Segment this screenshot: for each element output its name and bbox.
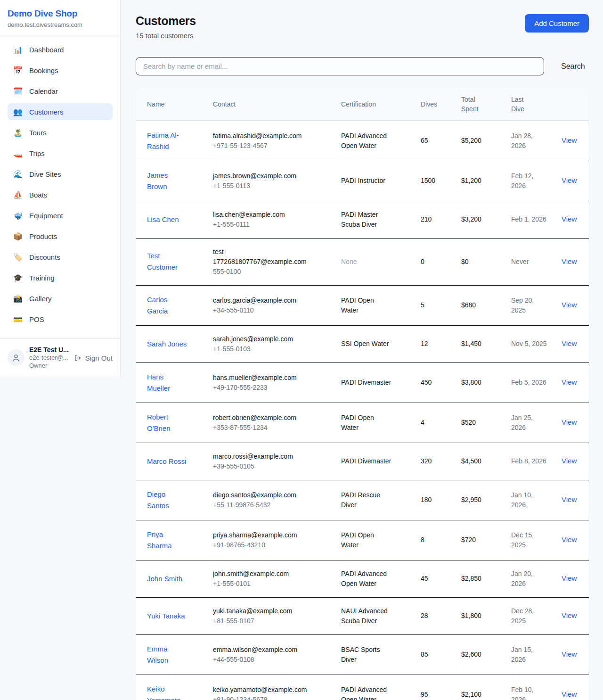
table-row: Priya Sharma priya.sharma@example.com +9… bbox=[136, 520, 589, 560]
customer-total-spent: $1,450 bbox=[461, 325, 511, 362]
customer-dives: 180 bbox=[421, 480, 461, 520]
search-input[interactable] bbox=[136, 57, 544, 75]
customer-total-spent: $720 bbox=[461, 520, 511, 560]
view-link[interactable]: View bbox=[562, 378, 577, 386]
column-header-certification: Certification bbox=[341, 88, 421, 121]
sidebar-item-pos[interactable]: 💳 POS bbox=[8, 311, 113, 328]
sidebar-item-gallery[interactable]: 📸 Gallery bbox=[8, 290, 113, 307]
view-link[interactable]: View bbox=[562, 339, 577, 347]
sidebar-item-equipment[interactable]: 🤿 Equipment bbox=[8, 207, 113, 224]
shop-domain: demo.test.divestreams.com bbox=[8, 21, 113, 28]
customer-name-link[interactable]: Emma Wilson bbox=[147, 643, 187, 666]
customer-name-link[interactable]: John Smith bbox=[147, 573, 182, 585]
view-link[interactable]: View bbox=[562, 257, 577, 265]
customer-dives: 450 bbox=[421, 362, 461, 403]
view-link[interactable]: View bbox=[562, 574, 577, 582]
sidebar: Demo Dive Shop demo.test.divestreams.com… bbox=[0, 0, 121, 377]
customer-name-link[interactable]: Lisa Chen bbox=[147, 214, 179, 225]
sign-out-button[interactable]: Sign Out bbox=[74, 354, 113, 362]
sidebar-item-products[interactable]: 📦 Products bbox=[8, 228, 113, 245]
customer-certification: None bbox=[341, 238, 421, 285]
customer-name-link[interactable]: Priya Sharma bbox=[147, 529, 187, 552]
customer-total-spent: $3,800 bbox=[461, 362, 511, 403]
customer-dives: 65 bbox=[421, 121, 461, 161]
customer-dives: 85 bbox=[421, 634, 461, 675]
customer-total-spent: $3,200 bbox=[461, 201, 511, 238]
sidebar-item-calendar[interactable]: 🗓️ Calendar bbox=[8, 82, 113, 99]
products-icon: 📦 bbox=[13, 232, 23, 241]
customer-name-link[interactable]: Sarah Jones bbox=[147, 338, 187, 350]
customer-name-link[interactable]: James Brown bbox=[147, 170, 187, 192]
customer-last-dive: Feb 8, 2026 bbox=[511, 443, 562, 480]
column-header-total-spent: Total Spent bbox=[461, 88, 511, 121]
customer-certification: SSI Open Water bbox=[341, 325, 421, 362]
view-link[interactable]: View bbox=[562, 611, 577, 619]
customer-last-dive: Jan 20, 2026 bbox=[511, 560, 562, 597]
sidebar-item-discounts[interactable]: 🏷️ Discounts bbox=[8, 248, 113, 265]
customer-dives: 320 bbox=[421, 443, 461, 480]
customer-name-link[interactable]: Marco Rossi bbox=[147, 456, 186, 467]
sidebar-item-bookings[interactable]: 📅 Bookings bbox=[8, 62, 113, 79]
customer-dives: 210 bbox=[421, 201, 461, 238]
customer-last-dive: Nov 5, 2025 bbox=[511, 325, 562, 362]
customers-table: Name Contact Certification Dives Total S… bbox=[136, 88, 589, 700]
customer-dives: 8 bbox=[421, 520, 461, 560]
customer-phone: 555-0100 bbox=[213, 267, 315, 277]
customers-icon: 👥 bbox=[13, 107, 23, 116]
avatar bbox=[8, 349, 24, 366]
view-link[interactable]: View bbox=[562, 457, 577, 465]
customer-email: john.smith@example.com bbox=[213, 569, 315, 579]
customer-email: carlos.garcia@example.com bbox=[213, 296, 315, 305]
sidebar-item-tours[interactable]: 🏝️ Tours bbox=[8, 124, 113, 141]
search-button[interactable]: Search bbox=[556, 59, 590, 74]
sidebar-nav: 📊 Dashboard 📅 Bookings 🗓️ Calendar 👥 Cus… bbox=[0, 35, 120, 338]
table-row: Lisa Chen lisa.chen@example.com +1-555-0… bbox=[136, 201, 589, 238]
add-customer-button[interactable]: Add Customer bbox=[525, 14, 589, 33]
customer-email: marco.rossi@example.com bbox=[213, 452, 315, 461]
dive-sites-icon: 🌊 bbox=[13, 170, 23, 179]
user-info: E2E Test U... e2e-tester@... Owner bbox=[29, 346, 69, 370]
tours-icon: 🏝️ bbox=[13, 128, 23, 137]
view-link[interactable]: View bbox=[562, 535, 577, 544]
customer-certification: PADI Divemaster bbox=[341, 443, 421, 480]
table-row: Fatima Al-Rashid fatima.alrashid@example… bbox=[136, 121, 589, 161]
view-link[interactable]: View bbox=[562, 690, 577, 698]
customer-last-dive: Feb 10, 2026 bbox=[511, 675, 562, 700]
sidebar-item-training[interactable]: 🎓 Training bbox=[8, 269, 113, 286]
customer-name-link[interactable]: Hans Mueller bbox=[147, 371, 187, 394]
table-row: Robert O'Brien robert.obrien@example.com… bbox=[136, 403, 589, 443]
sidebar-item-boats[interactable]: ⛵ Boats bbox=[8, 186, 113, 203]
sidebar-item-dive-sites[interactable]: 🌊 Dive Sites bbox=[8, 165, 113, 182]
customer-phone: +1-555-0113 bbox=[213, 181, 315, 191]
customer-phone: +81-90-1234-5678 bbox=[213, 695, 315, 700]
customer-name-link[interactable]: Fatima Al-Rashid bbox=[147, 130, 187, 152]
customer-name-link[interactable]: Diego Santos bbox=[147, 489, 187, 511]
page-header: Customers 15 total customers Add Custome… bbox=[136, 14, 589, 40]
customer-phone: +1-555-0101 bbox=[213, 579, 315, 589]
view-link[interactable]: View bbox=[562, 650, 577, 658]
sidebar-item-trips[interactable]: 🚤 Trips bbox=[8, 145, 113, 162]
view-link[interactable]: View bbox=[562, 495, 577, 503]
table-row: Keiko Yamamoto keiko.yamamoto@example.co… bbox=[136, 675, 589, 700]
customer-email: emma.wilson@example.com bbox=[213, 645, 315, 655]
customer-name-link[interactable]: Carlos Garcia bbox=[147, 294, 187, 317]
customer-name-link[interactable]: Test Customer bbox=[147, 250, 187, 273]
customer-name-link[interactable]: Yuki Tanaka bbox=[147, 610, 185, 622]
sidebar-item-customers[interactable]: 👥 Customers bbox=[8, 103, 113, 120]
table-row: Test Customer test-1772681807767@example… bbox=[136, 238, 589, 285]
column-header-actions bbox=[562, 88, 589, 121]
view-link[interactable]: View bbox=[562, 215, 577, 223]
customer-email: james.brown@example.com bbox=[213, 171, 315, 181]
customer-certification: PADI Advanced Open Water bbox=[341, 121, 421, 161]
view-link[interactable]: View bbox=[562, 176, 577, 184]
customer-name-link[interactable]: Robert O'Brien bbox=[147, 412, 187, 434]
customer-name-link[interactable]: Keiko Yamamoto bbox=[147, 684, 187, 700]
view-link[interactable]: View bbox=[562, 136, 577, 144]
table-row: Yuki Tanaka yuki.tanaka@example.com +81-… bbox=[136, 597, 589, 634]
customer-email: hans.mueller@example.com bbox=[213, 373, 315, 383]
customer-total-spent: $2,600 bbox=[461, 634, 511, 675]
customer-email: priya.sharma@example.com bbox=[213, 530, 315, 540]
view-link[interactable]: View bbox=[562, 301, 577, 309]
sidebar-item-dashboard[interactable]: 📊 Dashboard bbox=[8, 41, 113, 58]
view-link[interactable]: View bbox=[562, 418, 577, 426]
